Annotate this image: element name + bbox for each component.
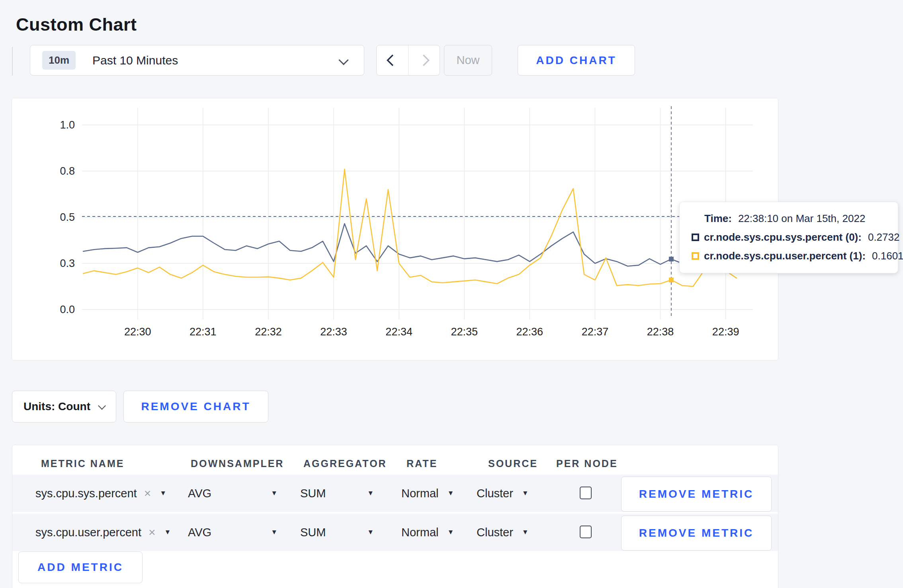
rate-select[interactable]: Normal ▼	[401, 475, 454, 512]
series-line-0	[83, 224, 737, 266]
metric-name-select[interactable]: sys.cpu.sys.percent × ▼	[35, 475, 166, 512]
source-value: Cluster	[477, 526, 513, 539]
time-window-dropdown[interactable]: 10m Past 10 Minutes	[30, 45, 364, 76]
series-swatch-user-icon	[692, 252, 699, 260]
chart-card[interactable]: 0.00.30.50.81.022:3022:3122:3222:3322:34…	[12, 98, 778, 360]
metric-name-select[interactable]: sys.cpu.user.percent × ▼	[35, 514, 171, 551]
x-axis-label: 22:30	[124, 326, 151, 338]
x-axis-label: 22:39	[712, 326, 739, 338]
downsampler-select[interactable]: AVG ▼	[188, 514, 278, 551]
caret-down-icon: ▼	[522, 489, 529, 497]
x-axis-label: 22:35	[451, 326, 478, 338]
y-axis-label: 1.0	[60, 119, 75, 131]
col-header-aggregator: AGGREGATOR	[303, 458, 387, 469]
caret-down-icon: ▼	[447, 489, 454, 497]
col-header-metric-name: METRIC NAME	[41, 458, 124, 469]
tooltip-time-label: Time:	[704, 212, 732, 225]
y-axis-label: 0.8	[60, 165, 75, 177]
caret-down-icon: ▼	[271, 489, 278, 497]
toolbar-divider	[12, 47, 13, 76]
chart-tooltip: Time: 22:38:10 on Mar 15th, 2022 cr.node…	[679, 202, 898, 273]
units-dropdown[interactable]: Units: Count	[12, 391, 116, 423]
col-header-rate: RATE	[407, 458, 438, 469]
aggregator-value: SUM	[300, 487, 326, 500]
aggregator-select[interactable]: SUM ▼	[300, 475, 374, 512]
metric-name-value: sys.cpu.sys.percent	[35, 487, 137, 500]
time-window-label: Past 10 Minutes	[92, 54, 178, 67]
y-axis-label: 0.0	[60, 304, 75, 315]
caret-down-icon: ▼	[160, 489, 166, 497]
x-axis-label: 22:36	[516, 326, 543, 338]
remove-chart-button[interactable]: REMOVE CHART	[123, 391, 268, 423]
col-header-downsampler: DOWNSAMPLER	[191, 458, 284, 469]
metric-name-value: sys.cpu.user.percent	[35, 526, 141, 539]
custom-chart-plot[interactable]: 0.00.30.50.81.022:3022:3122:3222:3322:34…	[12, 98, 778, 360]
caret-down-icon: ▼	[367, 489, 374, 497]
x-axis-label: 22:33	[320, 326, 347, 338]
caret-down-icon: ▼	[271, 528, 278, 536]
x-axis-label: 22:37	[582, 326, 609, 338]
x-axis-label: 22:34	[385, 326, 412, 338]
per-node-checkbox[interactable]	[580, 526, 592, 538]
time-back-button[interactable]	[377, 45, 408, 75]
remove-metric-button[interactable]: REMOVE METRIC	[621, 477, 772, 512]
rate-value: Normal	[401, 526, 438, 539]
chevron-left-icon	[386, 55, 398, 66]
tooltip-series-value: 0.2732	[868, 231, 900, 243]
now-button[interactable]: Now	[444, 45, 492, 76]
col-header-source: SOURCE	[488, 458, 538, 469]
y-axis-label: 0.3	[60, 257, 75, 269]
downsampler-value: AVG	[188, 526, 211, 539]
page-title: Custom Chart	[16, 14, 137, 35]
time-window-badge: 10m	[42, 51, 76, 70]
units-label: Units: Count	[23, 400, 90, 413]
source-select[interactable]: Cluster ▼	[477, 514, 529, 551]
source-value: Cluster	[477, 487, 513, 500]
aggregator-value: SUM	[300, 526, 326, 539]
tooltip-time-value: 22:38:10 on Mar 15th, 2022	[738, 212, 865, 225]
clear-icon[interactable]: ×	[144, 487, 151, 500]
x-axis-label: 22:31	[190, 326, 217, 338]
source-select[interactable]: Cluster ▼	[477, 475, 529, 512]
col-header-per-node: PER NODE	[556, 458, 618, 469]
series-swatch-sys-icon	[692, 234, 699, 241]
hover-marker-0	[669, 257, 674, 261]
caret-down-icon: ▼	[522, 528, 529, 536]
clear-icon[interactable]: ×	[149, 526, 156, 539]
per-node-checkbox[interactable]	[580, 487, 592, 499]
x-axis-label: 22:32	[255, 326, 282, 338]
rate-select[interactable]: Normal ▼	[401, 514, 454, 551]
chevron-down-icon	[98, 402, 106, 410]
aggregator-select[interactable]: SUM ▼	[300, 514, 374, 551]
tooltip-series-value: 0.1601	[872, 250, 903, 262]
remove-metric-button[interactable]: REMOVE METRIC	[621, 516, 772, 551]
add-chart-button[interactable]: ADD CHART	[518, 45, 635, 76]
chevron-down-icon	[338, 55, 348, 65]
rate-value: Normal	[401, 487, 438, 500]
time-forward-button[interactable]	[408, 45, 440, 75]
time-nav-group	[376, 45, 440, 76]
hover-marker-1	[669, 278, 674, 282]
y-axis-label: 0.5	[60, 211, 75, 223]
caret-down-icon: ▼	[164, 528, 171, 536]
add-metric-button[interactable]: ADD METRIC	[18, 551, 143, 583]
caret-down-icon: ▼	[447, 528, 454, 536]
x-axis-label: 22:38	[647, 326, 674, 338]
series-line-1	[83, 169, 737, 286]
tooltip-series-name: cr.node.sys.cpu.sys.percent (0):	[704, 231, 862, 243]
downsampler-select[interactable]: AVG ▼	[188, 475, 278, 512]
caret-down-icon: ▼	[367, 528, 374, 536]
tooltip-series-name: cr.node.sys.cpu.user.percent (1):	[704, 250, 866, 262]
chevron-right-icon	[418, 55, 430, 66]
downsampler-value: AVG	[188, 487, 211, 500]
